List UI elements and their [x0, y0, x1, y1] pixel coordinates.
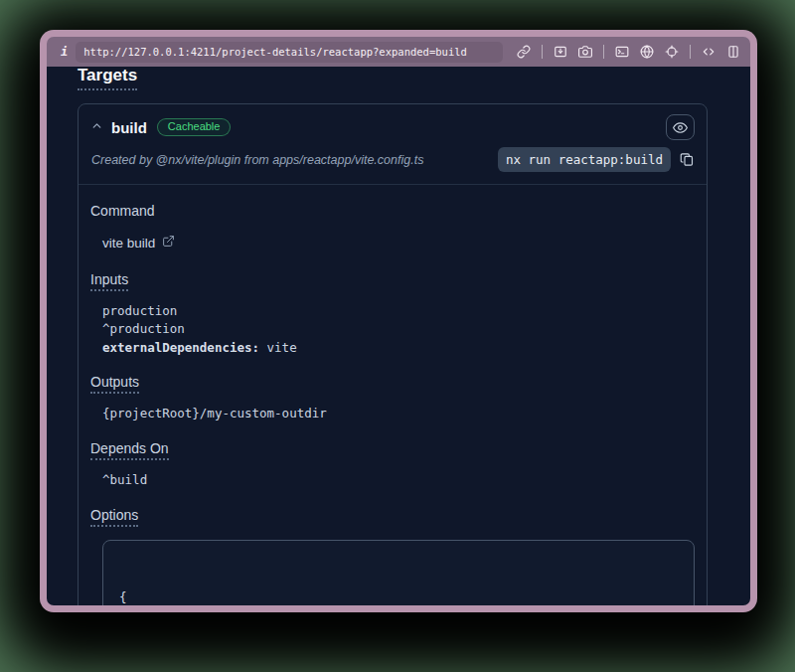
build-card-header[interactable]: build Cacheable Created by @nx/vite/plug…: [79, 104, 707, 184]
browser-titlebar: i http://127.0.0.1:4211/project-details/…: [47, 37, 750, 67]
created-by-text: Created by @nx/vite/plugin from apps/rea…: [90, 153, 498, 167]
import-icon[interactable]: [554, 45, 567, 59]
outputs-list: {projectRoot}/my-custom-outdir: [102, 407, 695, 420]
depends-on-list: ^build: [102, 473, 695, 487]
options-code-block: { "cwd": "apps/reactapp" }: [102, 540, 695, 605]
build-card-body: Command vite build Inputs production ^pr…: [79, 185, 707, 605]
app-window: i http://127.0.0.1:4211/project-details/…: [40, 30, 757, 612]
outputs-section-label: Outputs: [90, 374, 695, 394]
url-bar[interactable]: http://127.0.0.1:4211/project-details/re…: [76, 42, 503, 63]
columns-icon[interactable]: [726, 45, 740, 59]
terminal-icon[interactable]: [615, 45, 629, 59]
command-section-label: Command: [90, 203, 695, 219]
inputs-section-label: Inputs: [90, 271, 695, 291]
inputs-list: production ^production externalDependenc…: [102, 304, 695, 354]
page-title: Targets: [78, 67, 137, 90]
code-icon[interactable]: [702, 45, 716, 59]
toolbar-divider: [690, 45, 691, 59]
input-item: ^production: [102, 322, 695, 336]
depends-on-tooltip-trigger[interactable]: Depends On: [90, 440, 169, 460]
toolbar-divider: [603, 45, 604, 59]
cacheable-badge: Cacheable: [157, 118, 232, 136]
options-section-label: Options: [90, 507, 695, 527]
depends-on-section-label: Depends On: [90, 440, 695, 460]
chevron-up-icon[interactable]: [90, 118, 103, 136]
command-value[interactable]: vite build: [102, 236, 155, 251]
titlebar-actions: [517, 45, 740, 59]
copy-icon[interactable]: [680, 152, 695, 167]
input-item: production: [102, 304, 695, 318]
depends-on-item: ^build: [102, 473, 695, 487]
crosshair-icon[interactable]: [665, 45, 679, 59]
outputs-tooltip-trigger[interactable]: Outputs: [90, 374, 139, 394]
run-command-chip[interactable]: nx run reactapp:build: [498, 147, 671, 172]
input-item: externalDependencies: vite: [102, 341, 695, 355]
info-icon: i: [61, 45, 68, 59]
target-card-build: build Cacheable Created by @nx/vite/plug…: [78, 103, 708, 605]
toolbar-divider: [542, 45, 543, 59]
project-details-panel: Targets build Cacheable Created by @nx/v…: [47, 67, 750, 605]
view-target-eye-button[interactable]: [666, 114, 695, 140]
camera-icon[interactable]: [578, 45, 592, 59]
globe-icon[interactable]: [640, 45, 654, 59]
command-link[interactable]: vite build: [102, 234, 695, 252]
target-name: build: [111, 119, 147, 136]
link-icon[interactable]: [517, 45, 531, 59]
inputs-tooltip-trigger[interactable]: Inputs: [90, 271, 128, 291]
url-text[interactable]: http://127.0.0.1:4211/project-details/re…: [83, 46, 467, 58]
output-item: {projectRoot}/my-custom-outdir: [102, 407, 695, 420]
code-line: {: [119, 588, 678, 605]
options-tooltip-trigger[interactable]: Options: [90, 507, 138, 527]
external-link-icon[interactable]: [162, 234, 175, 252]
